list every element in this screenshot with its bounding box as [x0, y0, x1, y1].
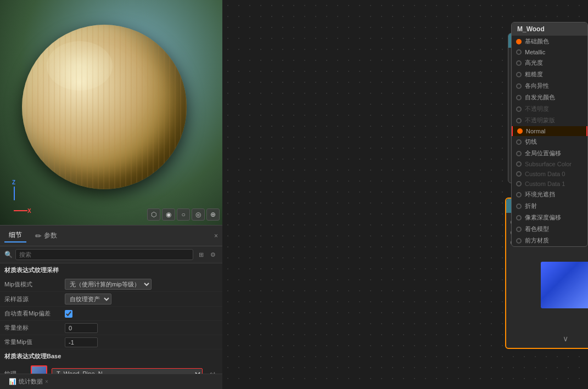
m-wood-pin-17 [516, 227, 522, 232]
a-row-2: A [506, 313, 588, 323]
m-wood-header: M_Wood [512, 22, 587, 36]
viewport-controls: ⬡ ◉ ○ ◎ ⊕ [147, 208, 220, 221]
viewport-btn-3[interactable]: ○ [177, 208, 190, 221]
m-wood-pin-8 [517, 128, 523, 134]
texture-thumbnail [31, 365, 47, 374]
m-wood-row-10[interactable]: 全局位置偏移 [512, 148, 587, 159]
m-wood-pin-9 [516, 139, 522, 145]
sampler-source-row: 采样器源 自纹理资产 [0, 292, 222, 307]
m-wood-label-17: 着色模型 [525, 225, 549, 233]
texture-preview-2 [506, 257, 588, 313]
m-wood-rows: 基础颜色Metallic高光度粗糙度各向异性自发光颜色不透明度不透明蒙版Norm… [512, 36, 587, 246]
m-wood-pin-3 [516, 72, 522, 77]
m-wood-label-4: 各向异性 [525, 82, 549, 90]
viewport: Z X ⬡ ◉ ○ ◎ ⊕ [0, 0, 222, 225]
props-close-button[interactable]: × [214, 232, 218, 240]
texture-base-label: 材质表达式纹理Base [0, 349, 222, 363]
m-wood-label-9: 切线 [525, 138, 537, 146]
viewport-btn-2[interactable]: ◉ [162, 208, 175, 221]
search-icon: 🔍 [4, 251, 13, 258]
m-wood-row-0[interactable]: 基础颜色 [512, 36, 587, 47]
stats-label: 统计数据 [19, 377, 43, 386]
m-wood-label-7: 不透明蒙版 [525, 116, 555, 125]
m-wood-row-1[interactable]: Metallic [512, 47, 587, 57]
m-wood-pin-14 [516, 192, 522, 198]
m-wood-label-10: 全局位置偏移 [525, 149, 561, 157]
m-wood-label-12: Custom Data 0 [525, 171, 565, 177]
m-wood-pin-16 [516, 215, 522, 221]
m-wood-label-18: 前方材质 [525, 236, 549, 245]
m-wood-pin-4 [516, 83, 522, 89]
m-wood-row-15[interactable]: 折射 [512, 200, 587, 212]
mip-const-row: 常量Mip值 [0, 335, 222, 349]
m-wood-row-11[interactable]: Subsurface Color [512, 159, 587, 169]
coord-label: 常量坐标 [4, 324, 65, 332]
sampler-source-label: 采样器源 [4, 295, 65, 303]
m-wood-row-2[interactable]: 高光度 [512, 57, 587, 69]
m-wood-pin-13 [516, 181, 522, 187]
viewport-btn-4[interactable]: ◎ [192, 208, 205, 221]
m-wood-label-8: Normal [526, 128, 545, 134]
coord-input[interactable] [65, 323, 98, 333]
tab-params[interactable]: ✏ 参数 [31, 229, 61, 242]
m-wood-row-9[interactable]: 切线 [512, 136, 587, 148]
viewport-btn-5[interactable]: ⊕ [206, 208, 220, 221]
m-wood-row-5[interactable]: 自发光颜色 [512, 92, 587, 103]
auto-mip-checkbox[interactable] [65, 310, 72, 318]
filter-icon[interactable]: ⊞ [196, 250, 206, 260]
mip-mode-select[interactable]: 无（使用计算的mip等级） [65, 279, 152, 290]
axes-indicator: Z X [11, 187, 38, 214]
settings-icon[interactable]: ⚙ [208, 250, 218, 260]
m-wood-pin-11 [516, 161, 522, 167]
m-wood-label-11: Subsurface Color [525, 161, 572, 167]
m-wood-row-7[interactable]: 不透明蒙版 [512, 115, 587, 126]
search-input[interactable] [15, 249, 193, 260]
m-wood-pin-0 [516, 39, 522, 44]
m-wood-row-8[interactable]: Normal [512, 126, 587, 136]
m-wood-row-17[interactable]: 着色模型 [512, 223, 587, 235]
undo-button[interactable]: ↩ [207, 368, 218, 374]
section-texture-sample-label: 材质表达式纹理采样 [0, 263, 222, 277]
texture-row: 纹理 T_Wood_Pine_N ↩ [0, 363, 222, 374]
coord-row: 常量坐标 [0, 321, 222, 335]
m-wood-row-4[interactable]: 各向异性 [512, 80, 587, 92]
m-wood-label-13: Custom Data 1 [525, 181, 565, 187]
stats-tab[interactable]: 📊 统计数据 × [4, 376, 53, 387]
m-wood-pin-1 [516, 49, 522, 55]
m-wood-pin-2 [516, 60, 522, 66]
m-wood-pin-18 [516, 238, 522, 244]
sphere-preview [11, 8, 198, 206]
m-wood-label-15: 折射 [525, 202, 537, 210]
sampler-source-select[interactable]: 自纹理资产 [65, 294, 111, 305]
texture-label: 纹理 [4, 370, 26, 374]
stats-close-button[interactable]: × [45, 379, 48, 385]
mip-const-label: 常量Mip值 [4, 338, 65, 346]
m-wood-row-6[interactable]: 不透明度 [512, 103, 587, 115]
viewport-btn-1[interactable]: ⬡ [147, 208, 160, 221]
mip-const-input[interactable] [65, 337, 98, 347]
texture-image-2 [541, 262, 588, 308]
m-wood-row-16[interactable]: 像素深度偏移 [512, 212, 587, 223]
m-wood-label-0: 基础颜色 [525, 37, 549, 46]
texture-select[interactable]: T_Wood_Pine_N [52, 368, 203, 374]
m-wood-label-6: 不透明度 [525, 105, 549, 113]
node-editor[interactable]: Texture Sample ∧ UVs RGB [222, 0, 588, 389]
auto-mip-label: 自动查看Mip偏差 [4, 309, 65, 318]
m-wood-pin-10 [516, 151, 522, 156]
m-wood-row-12[interactable]: Custom Data 0 [512, 169, 587, 179]
m-wood-pin-7 [516, 118, 522, 123]
node-2-expand[interactable]: ∨ [506, 332, 588, 345]
properties-panel: 细节 ✏ 参数 × 🔍 ⊞ ⚙ 材质表达式纹理采样 Mip值模式 [0, 225, 222, 374]
m-wood-label-2: 高光度 [525, 59, 543, 67]
mip-mode-label: Mip值模式 [4, 280, 65, 289]
m-wood-row-18[interactable]: 前方材质 [512, 235, 587, 246]
m-wood-pin-12 [516, 171, 522, 177]
m-wood-label-16: 像素深度偏移 [525, 213, 561, 222]
tab-detail[interactable]: 细节 [4, 229, 26, 243]
m-wood-node: M_Wood 基础颜色Metallic高光度粗糙度各向异性自发光颜色不透明度不透… [511, 22, 588, 247]
m-wood-row-3[interactable]: 粗糙度 [512, 69, 587, 80]
m-wood-pin-6 [516, 106, 522, 112]
m-wood-row-14[interactable]: 环境光遮挡 [512, 189, 587, 200]
m-wood-row-13[interactable]: Custom Data 1 [512, 179, 587, 189]
search-bar: 🔍 ⊞ ⚙ [0, 246, 222, 263]
